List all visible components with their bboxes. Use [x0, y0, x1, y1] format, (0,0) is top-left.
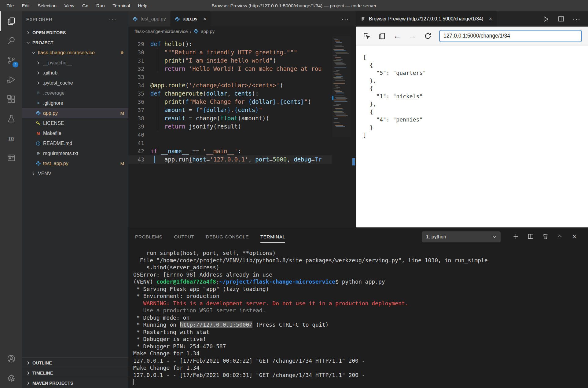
section-timeline[interactable]: TIMELINE	[22, 368, 128, 378]
terminal[interactable]: run_simple(host, port, self, **options) …	[128, 246, 588, 388]
split-editor-icon[interactable]	[557, 15, 565, 23]
line-number: 38	[128, 114, 150, 122]
sidebar-header: EXPLORER ···	[22, 11, 128, 27]
tree-item-readme-md[interactable]: README.md	[22, 138, 128, 148]
menu-terminal[interactable]: Terminal	[109, 0, 134, 11]
chevron-right-icon	[26, 371, 31, 375]
tab-overflow-icon[interactable]: ···	[341, 11, 349, 27]
menu-go[interactable]: Go	[78, 0, 92, 11]
section-maven-projects[interactable]: MAVEN PROJECTS	[22, 378, 128, 388]
file-tree: flask-change-microservice__pycache__.git…	[22, 48, 128, 357]
close-icon[interactable]: ×	[203, 16, 207, 22]
menu-view[interactable]: View	[61, 0, 78, 11]
activitybar-source-control-icon[interactable]: 2	[0, 50, 22, 70]
tree-item--coverage[interactable]: .coverage	[22, 88, 128, 98]
terminal-line	[133, 379, 588, 386]
tree-item-venv[interactable]: VENV	[22, 169, 128, 179]
terminal-line: * Restarting with stat	[133, 328, 588, 336]
list-icon	[35, 91, 41, 96]
tree-item--github[interactable]: .github	[22, 68, 128, 78]
close-icon[interactable]: ×	[489, 16, 492, 22]
preview-content[interactable]: [ { "5": "quarters" }, { "1": "nickels" …	[356, 45, 588, 227]
activitybar-m-logo-icon[interactable]: m	[0, 129, 22, 148]
line-content: if __name__ == '__main__':	[150, 147, 332, 155]
code-editor[interactable]: 29def hello():30 """Return a friendly HT…	[128, 36, 356, 227]
activitybar-beaker-icon[interactable]	[0, 109, 22, 129]
tab-test_app-py[interactable]: test_app.py	[128, 11, 171, 27]
tab-app-py[interactable]: app.py×	[171, 11, 211, 27]
line-content	[150, 73, 332, 81]
split-terminal-icon[interactable]	[523, 233, 538, 241]
section-open-editors-label: OPEN EDITORS	[32, 30, 66, 35]
line-content: def hello():	[150, 40, 332, 48]
line-number: 31	[128, 56, 150, 65]
activitybar-account-icon[interactable]	[0, 349, 22, 368]
activity-bar: 2m	[0, 11, 22, 388]
line-content: return jsonify(result)	[150, 122, 332, 131]
files-icon	[7, 16, 16, 26]
activitybar-search-icon[interactable]	[0, 31, 22, 50]
tree-item-label: __pycache__	[43, 60, 72, 66]
menu-run[interactable]: Run	[92, 0, 109, 11]
chevron-down-icon	[31, 50, 36, 55]
breadcrumb-folder[interactable]: flask-change-microservice	[134, 29, 188, 34]
run-debug-icon	[7, 75, 16, 84]
preview-tab-label: Browser Preview (http://127.0.0.1:5000/c…	[369, 16, 483, 22]
activitybar-settings-gear-icon[interactable]	[0, 368, 22, 388]
explorer-more-icon[interactable]: ···	[109, 16, 117, 23]
breadcrumb-file[interactable]: app.py	[201, 29, 215, 34]
panel-tab-output[interactable]: OUTPUT	[174, 232, 194, 241]
section-open-editors[interactable]: OPEN EDITORS	[22, 27, 128, 38]
tree-item--gitignore[interactable]: .gitignore	[22, 98, 128, 108]
minimap[interactable]	[332, 36, 351, 137]
line-number: 43	[128, 155, 150, 164]
trash-icon[interactable]	[538, 233, 553, 241]
section-outline[interactable]: OUTLINE	[22, 358, 128, 368]
menu-help[interactable]: Help	[134, 0, 151, 11]
sidebar-bottom-sections: OUTLINETIMELINEMAVEN PROJECTS	[22, 357, 128, 388]
tab-browser-preview[interactable]: Browser Preview (http://127.0.0.1:5000/c…	[356, 11, 497, 27]
play-icon[interactable]	[542, 15, 549, 23]
panel-tab-problems[interactable]: PROBLEMS	[135, 232, 162, 241]
tree-item--pytest-cache[interactable]: .pytest_cache	[22, 78, 128, 88]
panel-tab-debug-console[interactable]: DEBUG CONSOLE	[206, 232, 248, 241]
breadcrumb[interactable]: flask-change-microservice › app.py	[128, 27, 356, 36]
close-icon[interactable]: ×	[567, 233, 582, 241]
tree-item-license[interactable]: LICENSE	[22, 118, 128, 128]
terminal-selector[interactable]: 1: python	[422, 231, 501, 242]
settings-gear-icon	[7, 374, 16, 383]
line-number: 30	[128, 48, 150, 56]
chevron-down-icon	[26, 40, 31, 45]
back-arrow-icon[interactable]: ←	[393, 31, 401, 41]
url-input[interactable]	[439, 30, 582, 42]
tree-item-app-py[interactable]: app.pyM	[22, 108, 128, 118]
tree-item-flask-change-microservice[interactable]: flask-change-microservice	[22, 48, 128, 58]
menu-edit[interactable]: Edit	[18, 0, 34, 11]
more-icon[interactable]: ···	[573, 16, 581, 23]
activitybar-files-icon[interactable]	[0, 11, 22, 31]
panel-header: PROBLEMSOUTPUTDEBUG CONSOLETERMINAL 1: p…	[128, 227, 588, 246]
section-project[interactable]: PROJECT	[22, 38, 128, 48]
code-line-36: 36 print(f"Make Change for {dollar}.{cen…	[128, 98, 332, 106]
list-icon	[35, 151, 41, 156]
activitybar-run-debug-icon[interactable]	[0, 70, 22, 89]
tree-item--pycache-[interactable]: __pycache__	[22, 58, 128, 68]
activitybar-extensions-icon[interactable]	[0, 89, 22, 109]
m-logo-icon: m	[7, 134, 16, 143]
open-window-icon[interactable]	[378, 32, 386, 40]
panel-tab-terminal[interactable]: TERMINAL	[260, 232, 285, 241]
menu-file[interactable]: File	[2, 0, 18, 11]
chevron-up-icon[interactable]	[553, 233, 567, 241]
tree-item-requirements-txt[interactable]: requirements.txt	[22, 148, 128, 158]
python-icon	[193, 29, 199, 34]
inspect-icon[interactable]	[363, 32, 371, 40]
scm-badge: 2	[13, 62, 18, 67]
tree-item-test-app-py[interactable]: test_app.pyM	[22, 158, 128, 169]
menu-selection[interactable]: Selection	[34, 0, 61, 11]
refresh-icon[interactable]	[424, 32, 432, 40]
code-line-40: 40	[128, 131, 332, 139]
plus-icon[interactable]	[509, 233, 523, 241]
beaker-icon	[7, 114, 16, 123]
activitybar-browser-preview-icon[interactable]	[0, 148, 22, 168]
tree-item-makefile[interactable]: MMakefile	[22, 128, 128, 138]
